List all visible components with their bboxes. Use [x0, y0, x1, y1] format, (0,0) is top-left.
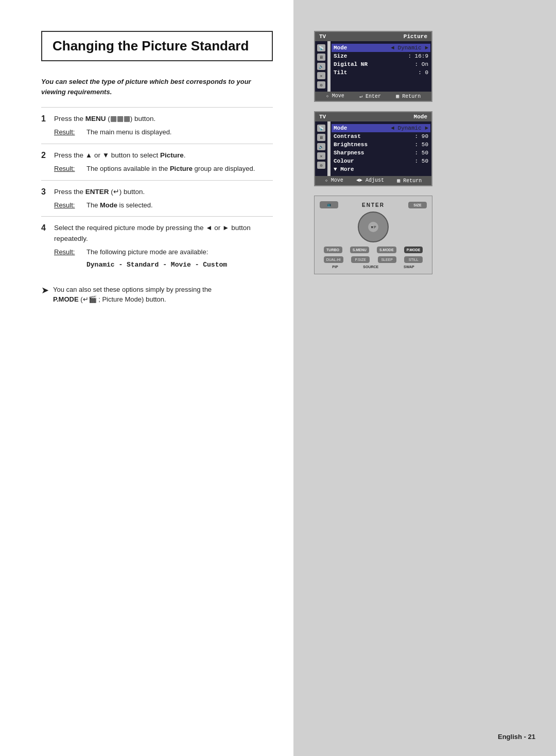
- remote-top-row: 📺 ENTER SIZE: [320, 201, 427, 208]
- remote-btn-pmode[interactable]: P.MODE: [404, 247, 423, 253]
- page-number: 21: [528, 733, 535, 741]
- tv-icon2-x: ✕: [317, 152, 325, 160]
- step-number-3: 3: [41, 187, 54, 210]
- step-1-result: Result: The main menu is displayed.: [54, 127, 273, 137]
- step-1-main: Press the MENU (▦▦▦) button.: [54, 114, 273, 124]
- result-label-4: Result:: [54, 247, 82, 270]
- result-label-3: Result:: [54, 200, 82, 210]
- remote-row-2: DUAL-HI P.SIZE SLEEP STILL: [320, 256, 427, 263]
- tv-row-colour: Colour : 50: [334, 157, 428, 165]
- remote-control: 📺 ENTER SIZE ▼P TURBO S.MENU S.MODE P.MO…: [314, 196, 432, 274]
- tv-icon-sound: 🔊: [317, 63, 325, 70]
- tv-icon2-antenna: 📡: [317, 125, 325, 132]
- picture-label: Picture: [160, 151, 184, 159]
- right-sidebar: TV Picture 📡 🖥 🔊 ✕ ⚙ Mode ◄ Dynami: [293, 0, 556, 756]
- step-number-2: 2: [41, 151, 54, 174]
- tip-box: ➤ You can also set these options simply …: [41, 285, 273, 305]
- left-content: Changing the Picture Standard You can se…: [0, 0, 293, 756]
- step-4-result: Result: The following picture mode are a…: [54, 247, 273, 270]
- remote-btn-still[interactable]: STILL: [404, 256, 423, 263]
- result-text-2: The options available in the Picture gro…: [86, 164, 255, 174]
- step-number-4: 4: [41, 223, 54, 270]
- result-text-4: The following picture mode are available…: [86, 247, 227, 257]
- remote-btn-smode[interactable]: S.MODE: [377, 247, 396, 253]
- result-label-1: Result:: [54, 127, 82, 137]
- tv-icon2-settings: ⚙: [317, 162, 325, 169]
- footer-adjust-2: ◄► Adjust: [356, 178, 384, 184]
- enter-label: ENTER: [85, 188, 109, 196]
- remote-label-swap: SWAP: [404, 265, 414, 269]
- tv-label-1: TV: [319, 33, 326, 40]
- step-3-main: Press the ENTER (↵) button.: [54, 187, 273, 197]
- tv-icon2-sound: 🔊: [317, 143, 325, 150]
- step-1: 1 Press the MENU (▦▦▦) button. Result: T…: [41, 107, 273, 144]
- footer-return-2: ▦ Return: [397, 178, 422, 184]
- tv-screen-1: TV Picture 📡 🖥 🔊 ✕ ⚙ Mode ◄ Dynami: [314, 31, 432, 102]
- tv-screen1-main: 📡 🖥 🔊 ✕ ⚙ Mode ◄ Dynamic ►: [315, 41, 431, 92]
- step-4-main: Select the required picture mode by pres…: [54, 223, 273, 244]
- nav-inner: ▼P: [368, 222, 378, 232]
- remote-nav-circle: ▼P: [320, 212, 427, 242]
- mode-value-1: Dynamic: [398, 45, 422, 51]
- remote-btn-turbo[interactable]: TURBO: [324, 247, 342, 253]
- remote-label-pip: PIP: [332, 265, 338, 269]
- separator: -: [524, 733, 528, 741]
- step-3: 3 Press the ENTER (↵) button. Result: Th…: [41, 180, 273, 217]
- step-2: 2 Press the ▲ or ▼ button to select Pict…: [41, 144, 273, 180]
- step-3-content: Press the ENTER (↵) button. Result: The …: [54, 187, 273, 210]
- tv-screen1-footer: ⬦ Move ↵ Enter ▦ Return: [315, 92, 431, 101]
- tv-icon-screen: 🖥: [317, 54, 325, 61]
- result-text-1: The main menu is displayed.: [86, 127, 171, 137]
- page-title: Changing the Picture Standard: [53, 38, 262, 54]
- tv-screen-2: TV Mode 📡 🖥 🔊 ✕ ⚙ Mode ◄ Dynamic: [314, 111, 432, 186]
- tv-icon-antenna: 📡: [317, 44, 325, 51]
- tv-row-contrast: Contrast : 90: [334, 132, 428, 140]
- mode-arrows-2: ◄ Dynamic ►: [391, 125, 428, 131]
- result-text-3: The Mode is selected.: [86, 200, 153, 210]
- step-2-result: Result: The options available in the Pic…: [54, 164, 273, 174]
- tv-screen1-title: Picture: [404, 33, 427, 40]
- tv-row-sharpness: Sharpness : 50: [334, 149, 428, 157]
- step-2-content: Press the ▲ or ▼ button to select Pictur…: [54, 150, 273, 174]
- title-box: Changing the Picture Standard: [41, 31, 273, 61]
- tv-row-tilt: Tilt : 0: [334, 68, 428, 77]
- remote-btn-smenu[interactable]: S.MENU: [350, 247, 369, 253]
- intro-text: You can select the type of picture which…: [41, 77, 273, 97]
- result-label-2: Result:: [54, 164, 82, 174]
- footer-move-1: ⬦ Move: [326, 93, 344, 99]
- tv-icon2-screen: 🖥: [317, 134, 325, 141]
- footer-language: English - 21: [498, 733, 535, 741]
- tv-sidebar-icons-2: 📡 🖥 🔊 ✕ ⚙: [315, 121, 327, 176]
- remote-label-source: SOURCE: [363, 265, 378, 269]
- tv-icon-settings: ⚙: [317, 81, 325, 89]
- mode-arrows-1: ◄ Dynamic ►: [391, 45, 428, 51]
- tv-screen2-header: TV Mode: [315, 112, 431, 121]
- tv-icon-x: ✕: [317, 72, 325, 79]
- page-container: Changing the Picture Standard You can se…: [0, 0, 556, 756]
- footer-move-2: ⬦ Move: [325, 178, 343, 184]
- step-4-content: Select the required picture mode by pres…: [54, 223, 273, 270]
- step-number-1: 1: [41, 114, 54, 137]
- tv-screen1-content: Mode ◄ Dynamic ► Size : 16:9 Digital NR: [331, 41, 431, 92]
- remote-btn-tv: 📺: [320, 201, 338, 208]
- footer-return-1: ▦ Return: [396, 93, 421, 99]
- tv-screen2-title: Mode: [414, 114, 427, 120]
- mode-value-2: Dynamic: [398, 125, 422, 131]
- tv-row-more: ▼ More: [334, 165, 428, 173]
- mode-label-1: Mode: [334, 45, 347, 51]
- tv-row-brightness: Brightness : 50: [334, 140, 428, 149]
- menu-label: MENU: [85, 115, 106, 122]
- step-4: 4 Select the required picture mode by pr…: [41, 216, 273, 276]
- tv-label-2: TV: [319, 114, 326, 120]
- remote-btn-dualhi[interactable]: DUAL-HI: [324, 256, 343, 263]
- footer-enter-1: ↵ Enter: [359, 93, 381, 99]
- tv-row-size: Size : 16:9: [334, 52, 428, 60]
- remote-row-1: TURBO S.MENU S.MODE P.MODE: [320, 247, 427, 253]
- remote-btn-psize[interactable]: P.SIZE: [351, 256, 370, 263]
- remote-btn-sleep[interactable]: SLEEP: [378, 256, 396, 263]
- step-3-result: Result: The Mode is selected.: [54, 200, 273, 210]
- tv-screen2-content: Mode ◄ Dynamic ► Contrast : 90 Brightnes…: [331, 121, 431, 176]
- tip-arrow-icon: ➤: [41, 284, 49, 297]
- tip-text: You can also set these options simply by…: [53, 285, 212, 305]
- nav-circle[interactable]: ▼P: [358, 212, 389, 242]
